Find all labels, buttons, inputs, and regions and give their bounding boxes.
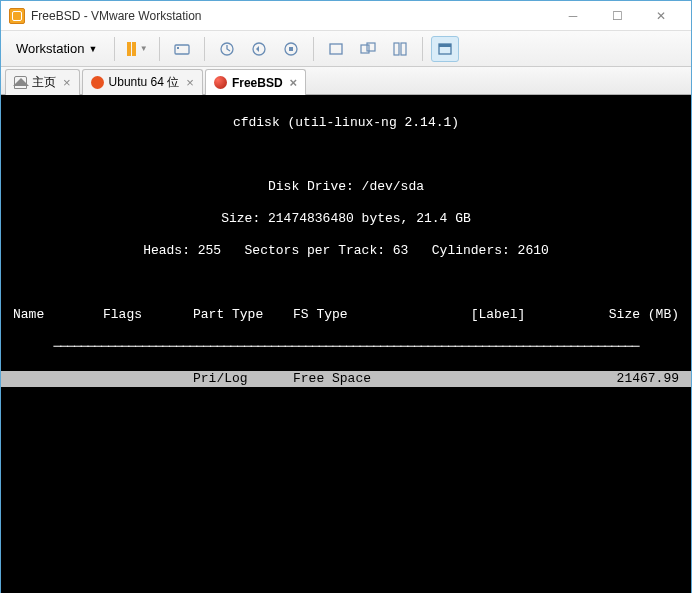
divider: [422, 37, 423, 61]
pause-button[interactable]: ▼: [123, 36, 151, 62]
disk-drive-line: Disk Drive: /dev/sda: [1, 179, 691, 195]
svg-rect-0: [175, 45, 189, 54]
close-icon[interactable]: ×: [290, 75, 298, 90]
maximize-button[interactable]: ☐: [595, 2, 639, 30]
snapshot-button[interactable]: [213, 36, 241, 62]
app-icon: [9, 8, 25, 24]
snapshot-manager-button[interactable]: [277, 36, 305, 62]
titlebar: FreeBSD - VMware Workstation ─ ☐ ✕: [1, 1, 691, 31]
workstation-menu[interactable]: Workstation ▼: [7, 36, 106, 61]
svg-rect-6: [330, 44, 342, 54]
tab-home[interactable]: 主页 ×: [5, 69, 80, 95]
chevron-down-icon: ▼: [140, 44, 148, 53]
chevron-down-icon: ▼: [88, 44, 97, 54]
freebsd-icon: [214, 76, 227, 89]
ubuntu-icon: [91, 76, 104, 89]
send-ctrl-alt-del-button[interactable]: [168, 36, 196, 62]
toolbar: Workstation ▼ ▼: [1, 31, 691, 67]
tabbar: 主页 × Ubuntu 64 位 × FreeBSD ×: [1, 67, 691, 95]
home-icon: [14, 76, 27, 89]
close-button[interactable]: ✕: [639, 2, 683, 30]
disk-size-line: Size: 21474836480 bytes, 21.4 GB: [1, 211, 691, 227]
tab-ubuntu[interactable]: Ubuntu 64 位 ×: [82, 69, 203, 95]
svg-rect-5: [289, 47, 293, 51]
divider: [159, 37, 160, 61]
svg-rect-10: [401, 43, 406, 55]
console-view-button[interactable]: [386, 36, 414, 62]
tab-label: 主页: [32, 74, 56, 91]
tab-label: Ubuntu 64 位: [109, 74, 180, 91]
minimize-button[interactable]: ─: [551, 2, 595, 30]
svg-rect-1: [177, 47, 179, 49]
cfdisk-title: cfdisk (util-linux-ng 2.14.1): [1, 115, 691, 131]
snapshot-revert-button[interactable]: [245, 36, 273, 62]
rule: ────────────────────────────────────────…: [1, 339, 691, 355]
unity-button[interactable]: [354, 36, 382, 62]
fullscreen-button[interactable]: [322, 36, 350, 62]
svg-rect-8: [367, 43, 375, 51]
divider: [313, 37, 314, 61]
svg-rect-12: [439, 44, 451, 47]
disk-geometry-line: Heads: 255 Sectors per Track: 63 Cylinde…: [1, 243, 691, 259]
tab-freebsd[interactable]: FreeBSD ×: [205, 69, 306, 95]
close-icon[interactable]: ×: [186, 75, 194, 90]
workstation-menu-label: Workstation: [16, 41, 84, 56]
table-header: NameFlagsPart TypeFS Type[Label]Size (MB…: [1, 307, 691, 323]
divider: [204, 37, 205, 61]
vm-console[interactable]: cfdisk (util-linux-ng 2.14.1) Disk Drive…: [1, 95, 691, 593]
close-icon[interactable]: ×: [63, 75, 71, 90]
thumbnail-view-button[interactable]: [431, 36, 459, 62]
partition-row-selected: Pri/LogFree Space21467.99: [1, 371, 691, 387]
svg-rect-7: [361, 45, 369, 53]
divider: [114, 37, 115, 61]
svg-rect-9: [394, 43, 399, 55]
tab-label: FreeBSD: [232, 76, 283, 90]
window-title: FreeBSD - VMware Workstation: [31, 9, 202, 23]
